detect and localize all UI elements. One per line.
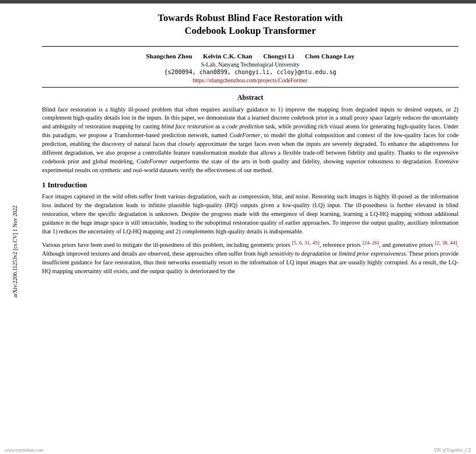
main-content: Towards Robust Blind Face Restoration wi… [30,4,476,454]
ref-5-6-31-45: [5, 6, 31, 45] [292,240,319,246]
watermark-left: www.toymoban.com [5,448,44,453]
authors-row: Shangchen Zhou Kelvin C.K. Chan Chongyi … [42,53,459,60]
watermark-right: DN @Together_CZ [435,448,471,453]
ref-24-26: [24–26] [362,240,379,246]
intro-section: 1 Introduction Face images captured in t… [42,181,459,276]
intro-paragraph-1: Face images captured in the wild often s… [42,193,459,236]
title-line1: Towards Robust Blind Face Restoration wi… [158,12,342,23]
project-link-container: https://shangchenzhou.com/projects/CodeF… [42,76,459,83]
intro-title: 1 Introduction [42,181,459,190]
bottom-bar: www.toymoban.com DN @Together_CZ [0,446,476,454]
project-link[interactable]: https://shangchenzhou.com/projects/CodeF… [193,77,308,83]
arxiv-label: arXiv:2206.11253v2 [cs.CV] 1 Nov 2022 [12,205,18,298]
email: {s200094, chan0899, chongyi.li, ccloy}@n… [42,69,459,75]
author-2: Kelvin C.K. Chan [203,53,252,60]
authors-section: Shangchen Zhou Kelvin C.K. Chan Chongyi … [42,53,459,83]
author-3: Chongyi Li [263,53,294,60]
middle-divider [42,87,459,88]
abstract-section: Abstract Blind face restoration is a hig… [42,93,459,175]
author-1: Shangchen Zhou [146,53,192,60]
ref-2-38-44: [2, 38, 44] [435,240,457,246]
paper-title: Towards Robust Blind Face Restoration wi… [42,12,459,38]
abstract-body: Blind face restoration is a highly ill-p… [42,106,459,175]
abstract-title: Abstract [42,93,459,102]
affiliation: S-Lab, Nanyang Technological University [42,61,459,68]
author-4: Chen Change Loy [305,53,355,60]
title-heading: Towards Robust Blind Face Restoration wi… [42,12,459,38]
intro-paragraph-2: Various priors have been used to mitigat… [42,239,459,276]
title-line2: Codebook Lookup Transformer [185,25,316,36]
top-divider [42,46,459,47]
sidebar: arXiv:2206.11253v2 [cs.CV] 1 Nov 2022 [0,4,30,454]
